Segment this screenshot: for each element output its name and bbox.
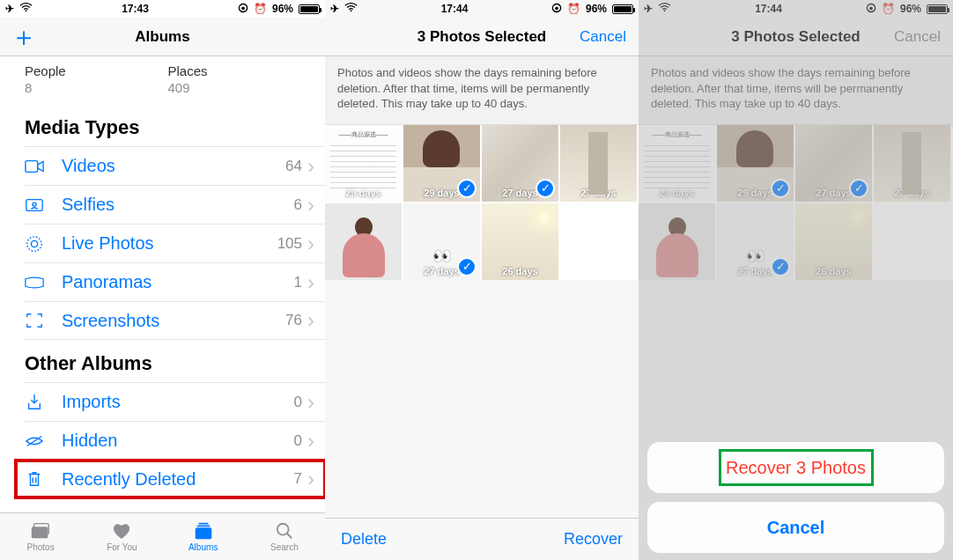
people-cell[interactable]: People 8 [25, 63, 168, 95]
row-videos[interactable]: Videos 64 › [25, 146, 325, 185]
check-icon: ✓ [771, 257, 790, 276]
days-label: 27 days [325, 266, 402, 276]
nav-bar: 3 Photos Selected Cancel [639, 18, 953, 56]
days-label: 27 days [560, 188, 637, 198]
places-count: 409 [168, 80, 312, 95]
row-count: 1 [294, 274, 302, 291]
battery-icon [299, 4, 320, 14]
row-label: Recently Deleted [49, 469, 294, 490]
tab-photos[interactable]: Photos [0, 513, 81, 560]
thumb[interactable]: 27 days✓ [403, 203, 480, 280]
tab-label: Photos [27, 542, 55, 552]
row-panoramas[interactable]: Panoramas 1 › [25, 262, 325, 301]
delete-button[interactable]: Delete [341, 530, 387, 549]
people-label: People [25, 63, 168, 78]
check-icon: ✓ [536, 179, 555, 198]
row-screenshots[interactable]: Screenshots 76 › [25, 301, 325, 340]
sheet-cancel-label: Cancel [767, 518, 825, 538]
nav-bar: ＋ Albums [0, 18, 325, 56]
places-cell[interactable]: Places 409 [168, 63, 312, 95]
row-count: 7 [294, 470, 302, 488]
thumb[interactable]: 27 days [325, 203, 402, 280]
tab-search[interactable]: Search [244, 513, 325, 560]
cancel-button: Cancel [894, 28, 941, 46]
tab-label: For You [107, 542, 137, 552]
thumb[interactable]: 29 days✓ [403, 125, 480, 202]
livephotos-icon [25, 235, 49, 253]
tab-label: Search [270, 542, 299, 552]
other-albums-header: Other Albums [0, 340, 325, 382]
people-count: 8 [25, 80, 168, 95]
chevron-icon: › [307, 429, 314, 453]
tab-foryou[interactable]: For You [81, 513, 162, 560]
svg-point-5 [27, 236, 41, 250]
airplane-icon: ✈︎ [330, 3, 339, 15]
chevron-icon: › [307, 193, 314, 217]
row-recently-deleted[interactable]: Recently Deleted 7 › [25, 460, 325, 498]
thumb[interactable]: 27 days✓ [482, 125, 558, 202]
recover-button[interactable]: Recover [564, 530, 623, 549]
row-label: Panoramas [49, 272, 294, 292]
recover-sheet-screen: ✈︎ 17:44 ⦿ ⏰ 96% 3 Photos Selected Cance… [639, 0, 953, 560]
status-bar: ✈︎ 17:44 ⦿ ⏰ 96% [639, 0, 953, 18]
row-selfies[interactable]: Selfies 6 › [25, 185, 325, 224]
svg-point-14 [351, 10, 352, 11]
nav-title: 3 Photos Selected [417, 28, 546, 46]
recover-photos-label: Recover 3 Photos [726, 458, 866, 478]
chevron-icon: › [307, 232, 314, 256]
nav-title: Albums [135, 28, 189, 46]
check-icon: ✓ [457, 179, 476, 198]
tab-albums[interactable]: Albums [163, 513, 244, 560]
row-count: 76 [285, 312, 302, 329]
thumb: 29 days✓ [717, 125, 794, 202]
info-note: Photos and videos show the days remainin… [639, 56, 953, 125]
svg-rect-1 [26, 160, 38, 172]
svg-rect-11 [198, 523, 208, 525]
row-livephotos[interactable]: Live Photos 105 › [25, 224, 325, 262]
row-count: 64 [285, 158, 302, 175]
trash-icon [25, 470, 49, 488]
chevron-icon: › [307, 467, 314, 491]
selfies-icon [25, 196, 49, 214]
row-hidden[interactable]: Hidden 0 › [25, 421, 325, 460]
svg-rect-10 [196, 526, 210, 527]
thumb: 26 days [795, 203, 872, 280]
nav-bar: 3 Photos Selected Cancel [325, 18, 639, 56]
airplane-icon: ✈︎ [5, 3, 14, 15]
thumb[interactable]: 26 days [482, 203, 558, 280]
svg-point-3 [33, 203, 36, 206]
chevron-icon: › [307, 308, 314, 333]
thumb[interactable]: 29 days [325, 125, 402, 202]
days-label: 29 days [325, 188, 402, 198]
svg-point-0 [26, 10, 27, 11]
svg-point-12 [277, 524, 289, 535]
location-icon: ⦿ [238, 3, 248, 15]
days-label: 27 days [874, 188, 950, 198]
sheet-cancel-button[interactable]: Cancel [647, 502, 944, 553]
thumb [639, 203, 715, 280]
info-note: Photos and videos show the days remainin… [325, 56, 639, 125]
clock: 17:44 [755, 3, 782, 15]
row-count: 6 [294, 196, 302, 214]
row-count: 105 [277, 235, 302, 253]
wifi-icon [658, 3, 671, 15]
row-count: 0 [294, 394, 302, 411]
video-icon [25, 158, 49, 175]
thumb: 27 days✓ [717, 203, 794, 280]
thumbnail-grid: 29 days 29 days✓ 27 days✓ 27 days 27 day… [325, 125, 639, 280]
row-label: Live Photos [49, 233, 277, 254]
imports-icon [25, 394, 49, 411]
recover-photos-button[interactable]: Recover 3 Photos [647, 442, 944, 493]
screenshots-icon [25, 312, 49, 329]
thumb[interactable]: 27 days [560, 125, 637, 202]
bottom-toolbar: Delete Recover [325, 518, 639, 560]
places-label: Places [168, 63, 312, 78]
row-count: 0 [294, 432, 302, 450]
hidden-icon [25, 432, 49, 450]
check-icon: ✓ [771, 179, 790, 198]
location-icon: ⦿ [866, 3, 876, 15]
row-imports[interactable]: Imports 0 › [25, 382, 325, 421]
cancel-button[interactable]: Cancel [580, 28, 626, 46]
battery-percent: 96% [586, 3, 607, 15]
row-label: Videos [49, 156, 285, 176]
